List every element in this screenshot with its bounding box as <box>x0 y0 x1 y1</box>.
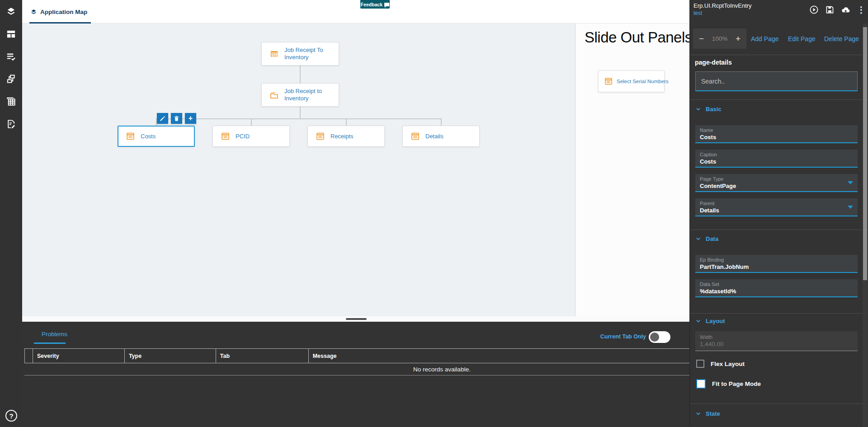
column-message: Message <box>309 349 689 363</box>
chevron-down-icon <box>695 236 701 242</box>
flex-layout-option: Flex Layout <box>696 360 745 368</box>
current-tab-only-toggle[interactable] <box>649 331 670 343</box>
more-icon[interactable]: ⋮ <box>856 5 866 14</box>
flow-icon[interactable] <box>0 69 22 89</box>
current-tab-only-label: Current Tab Only <box>600 333 646 340</box>
field-page-type[interactable]: Page Type ContentPage <box>695 174 858 192</box>
field-name[interactable]: Name Costs <box>695 125 858 143</box>
run-icon[interactable] <box>809 5 819 14</box>
tab-problems[interactable]: Problems <box>42 331 67 338</box>
fit-to-page-option: Fit to Page Mode <box>696 379 761 389</box>
node-label: Details <box>425 133 443 140</box>
dropdown-caret-icon[interactable] <box>848 206 853 211</box>
field-ep-binding[interactable]: Ep Binding PartTran.JobNum <box>695 255 858 273</box>
field-caption[interactable]: Caption Costs <box>695 150 858 168</box>
property-search-input[interactable] <box>695 71 858 91</box>
field-label: Page Type <box>700 176 853 182</box>
map-node-child[interactable]: Job Receipt to Inventory <box>261 83 339 107</box>
connector-line <box>251 118 252 126</box>
add-icon[interactable]: + <box>185 113 196 124</box>
tab-active-underline <box>34 343 66 344</box>
section-layout[interactable]: Layout <box>695 318 725 324</box>
page-lines-icon <box>221 131 230 141</box>
layout-icon[interactable] <box>0 24 22 44</box>
slide-out-panels-region: Slide Out Panels Select Serial Numbers <box>575 23 689 316</box>
page-lines-icon <box>316 131 325 141</box>
node-label: Select Serial Numbers <box>617 79 668 84</box>
grid-copy-icon[interactable] <box>0 91 22 111</box>
map-node-select-serial-numbers[interactable]: Select Serial Numbers <box>598 70 665 92</box>
dropdown-caret-icon[interactable] <box>848 181 853 187</box>
column-severity: Severity <box>33 349 125 363</box>
tab-label: Application Map <box>40 9 87 15</box>
chevron-down-icon <box>695 411 701 417</box>
map-node-costs[interactable]: Costs <box>118 126 195 147</box>
slide-out-heading: Slide Out Panels <box>585 29 692 46</box>
problems-table: Severity Type Tab Message No records ava… <box>24 348 689 375</box>
left-toolbar: ? <box>0 0 22 427</box>
field-value: PartTran.JobNum <box>700 263 853 270</box>
properties-panel: Erp.UI.RcptToInvEntry test ⋮ − 100% + Ad… <box>689 0 868 427</box>
divider <box>690 99 868 100</box>
zoom-out-button[interactable]: − <box>699 34 704 44</box>
field-label: Name <box>700 127 853 133</box>
layer-name[interactable]: test <box>693 10 702 16</box>
map-node-root[interactable]: Job Receipt To Inventory <box>261 42 339 66</box>
field-value: Costs <box>700 158 853 165</box>
drag-grip[interactable] <box>346 318 367 320</box>
chat-bubble-icon <box>384 3 389 6</box>
field-label: Ep Binding <box>700 257 853 263</box>
page-edit-icon[interactable] <box>0 114 22 134</box>
zoom-control: − 100% + <box>693 28 746 49</box>
help-icon[interactable]: ? <box>5 410 17 422</box>
add-page-button[interactable]: Add Page <box>751 35 779 42</box>
node-label: PCID <box>236 133 250 140</box>
map-node-receipts[interactable]: Receipts <box>307 126 385 147</box>
panel-resize-handle[interactable] <box>22 316 689 322</box>
node-label: Costs <box>141 133 156 140</box>
field-width: Width 1,440.00 <box>695 331 858 351</box>
application-map-canvas[interactable]: Job Receipt To Inventory Job Receipt to … <box>22 23 575 316</box>
field-label: Width <box>700 334 853 340</box>
column-tab: Tab <box>216 349 309 363</box>
node-label: Receipts <box>330 133 354 140</box>
divider <box>690 230 868 230</box>
flex-layout-checkbox[interactable] <box>696 360 704 368</box>
edit-icon[interactable] <box>157 113 168 124</box>
delete-icon[interactable] <box>171 113 182 124</box>
problems-panel: Problems Current Tab Only Severity Type … <box>22 322 689 427</box>
edit-page-button[interactable]: Edit Page <box>788 35 816 42</box>
column-type: Type <box>125 349 216 363</box>
zoom-in-button[interactable]: + <box>736 34 741 44</box>
save-icon[interactable] <box>825 5 835 14</box>
fit-to-page-checkbox[interactable] <box>696 379 706 389</box>
folder-icon <box>269 90 279 100</box>
section-state[interactable]: State <box>695 410 720 417</box>
field-parent[interactable]: Parent Details <box>695 198 858 216</box>
layers-icon[interactable] <box>0 1 22 21</box>
scrollbar-thumb[interactable] <box>863 27 867 280</box>
connector-line <box>441 118 442 126</box>
feedback-button[interactable]: Feedback <box>360 0 390 9</box>
tab-active-underline <box>29 22 91 24</box>
layers-icon <box>30 9 37 15</box>
checkbox-label: Flex Layout <box>711 361 745 367</box>
connector-line <box>300 107 301 119</box>
connector-line <box>156 118 442 119</box>
list-check-icon[interactable] <box>0 47 22 66</box>
field-data-set[interactable]: Data Set %datasetId% <box>695 279 858 297</box>
field-label: Parent <box>700 201 853 206</box>
deploy-icon[interactable] <box>840 5 850 14</box>
node-toolbar: + <box>157 113 196 124</box>
page-lines-icon <box>126 131 135 141</box>
scrollbar-track[interactable] <box>863 23 868 427</box>
connector-line <box>346 118 347 126</box>
chevron-down-icon <box>695 318 701 324</box>
map-node-details[interactable]: Details <box>402 126 480 147</box>
tab-application-map[interactable]: Application Map <box>26 0 92 23</box>
section-basic[interactable]: Basic <box>695 106 722 113</box>
section-data[interactable]: Data <box>695 235 718 242</box>
divider <box>690 313 868 314</box>
map-node-pcid[interactable]: PCID <box>212 126 290 147</box>
delete-page-button[interactable]: Delete Page <box>824 35 859 42</box>
